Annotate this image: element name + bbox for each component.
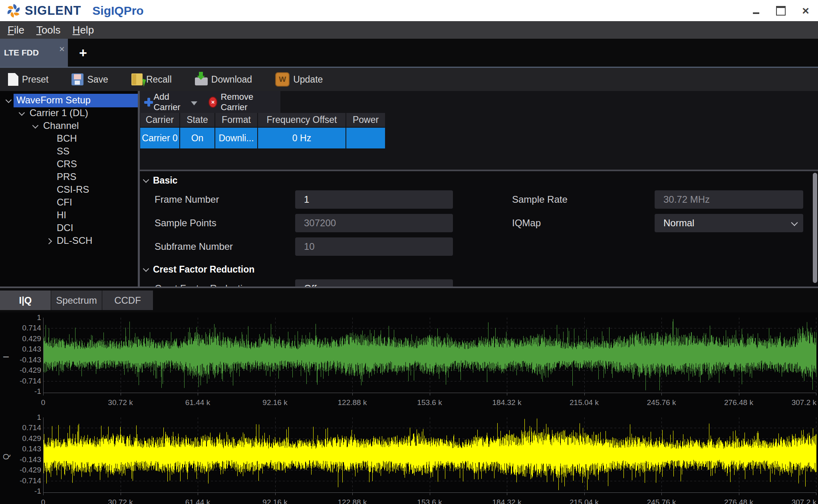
x-tick-label: 276.48 k	[711, 398, 767, 407]
tree-indent-spacer	[44, 171, 54, 184]
form-row: Frame Number1Sample Rate30.72 MHz	[140, 190, 818, 209]
menu-item-help[interactable]: Help	[67, 21, 100, 39]
document-tabbar: LTE FDD × +	[0, 39, 818, 68]
tree-item-label: Carrier 1 (DL)	[27, 107, 92, 120]
toolbar-download-button[interactable]: Download	[195, 73, 252, 85]
select-crest-factor-reduction[interactable]: Off	[295, 279, 453, 287]
chart-axis-name: I	[0, 318, 12, 406]
x-axis-tick-labels: 030.72 k61.44 k92.16 k122.88 k153.6 k184…	[43, 498, 816, 504]
view-tab-spectrum[interactable]: Spectrum	[51, 291, 102, 310]
carrier-cell-frequency-offset[interactable]: 0 Hz	[258, 128, 345, 148]
field-value: 10	[304, 241, 315, 252]
input-sample-rate[interactable]: 30.72 MHz	[655, 190, 803, 209]
x-tick-label: 245.76 k	[633, 498, 689, 504]
y-tick-label: 0.143	[12, 345, 41, 353]
input-frame-number[interactable]: 1	[295, 190, 453, 209]
tab-lte-fdd[interactable]: LTE FDD ×	[0, 39, 68, 67]
add-carrier-label: Add Carrier	[153, 92, 187, 113]
tree-item-label: Channel	[40, 119, 83, 133]
toolbar-recall-button[interactable]: Recall	[131, 73, 172, 85]
download-icon	[195, 73, 208, 85]
toolbar-preset-button[interactable]: Preset	[8, 73, 48, 86]
carrier-cell-format[interactable]: Downli...	[215, 128, 257, 148]
carrier-table-header: CarrierStateFormatFrequency OffsetPower	[140, 113, 818, 127]
tree-item-label: WaveForm Setup	[14, 94, 138, 107]
section-title: Basic	[153, 175, 177, 186]
document-icon	[8, 73, 18, 86]
tree-item-channel[interactable]: Channel	[0, 120, 138, 132]
x-tick-label: 61.44 k	[170, 398, 226, 407]
menu-item-tools[interactable]: Tools	[30, 21, 67, 39]
x-tick-label: 122.88 k	[324, 498, 380, 504]
carrier-table-row[interactable]: Carrier 0OnDownli...0 Hz	[140, 128, 818, 148]
tree-item-label: PRS	[54, 170, 80, 184]
tree-item-csi-rs[interactable]: CSI-RS	[0, 184, 138, 196]
view-tabs: I|QSpectrumCCDF	[0, 288, 818, 312]
product-name: SigIQPro	[92, 4, 143, 18]
view-tab-ccdf[interactable]: CCDF	[102, 291, 153, 310]
menu-item-file[interactable]: File	[2, 21, 30, 39]
chevron-down-icon[interactable]	[30, 120, 40, 132]
tree-item-waveform-setup[interactable]: WaveForm Setup	[0, 94, 138, 107]
toolbar-save-button[interactable]: Save	[71, 73, 108, 85]
form-scrollbar-thumb[interactable]	[813, 173, 817, 283]
x-tick-label: 0	[15, 398, 71, 407]
carrier-cell-state[interactable]: On	[180, 128, 214, 148]
tree-item-carrier-1-dl-[interactable]: Carrier 1 (DL)	[0, 107, 138, 120]
chevron-down-icon[interactable]	[3, 94, 14, 107]
chevron-down-icon	[143, 265, 149, 272]
carrier-cell-carrier[interactable]: Carrier 0	[140, 128, 179, 148]
add-carrier-dropdown-chevron-icon[interactable]	[191, 101, 197, 105]
tree-item-cfi[interactable]: CFI	[0, 196, 138, 209]
toolbar-download-label: Download	[211, 74, 252, 85]
tree-item-prs[interactable]: PRS	[0, 171, 138, 184]
update-icon: W	[275, 72, 290, 87]
settings-panel: Add Carrier × Remove Carrier CarrierStat…	[140, 91, 818, 287]
tree-item-crs[interactable]: CRS	[0, 158, 138, 171]
form-row: Subframe Number10	[140, 237, 818, 256]
field-value: Off	[304, 283, 317, 287]
tree-item-dci[interactable]: DCI	[0, 222, 138, 235]
tree-item-label: CFI	[54, 196, 76, 210]
x-tick-label: 122.88 k	[324, 398, 380, 407]
tree-item-ss[interactable]: SS	[0, 145, 138, 158]
field-label-crest-factor-reduction: Crest Factor Reduction	[155, 283, 295, 287]
tree-item-hi[interactable]: HI	[0, 209, 138, 222]
add-tab-button[interactable]: +	[79, 46, 87, 59]
toolbar-update-button[interactable]: WUpdate	[275, 72, 323, 87]
field-label-subframe-number: Subframe Number	[155, 241, 295, 252]
x-tick-label: 276.48 k	[711, 498, 767, 504]
y-tick-label: -0.143	[12, 356, 41, 364]
section-header-crest-factor-reduction[interactable]: Crest Factor Reduction	[144, 264, 818, 275]
x-tick-label: 0	[15, 498, 71, 504]
x-tick-label: 184.32 k	[479, 398, 535, 407]
input-sample-points[interactable]: 307200	[295, 214, 453, 232]
plot-area	[43, 318, 816, 397]
chevron-right-icon[interactable]	[44, 235, 54, 247]
tree-item-dl-sch[interactable]: DL-SCH	[0, 235, 138, 247]
chart-q: Q10.7140.4290.143-0.143-0.429-0.714-1030…	[0, 417, 818, 504]
tree-item-bch[interactable]: BCH	[0, 132, 138, 145]
select-iqmap[interactable]: Normal	[655, 214, 803, 232]
input-subframe-number[interactable]: 10	[295, 237, 453, 256]
maximize-button[interactable]	[768, 0, 793, 21]
carrier-toolbar-segment: Add Carrier × Remove Carrier	[140, 91, 280, 113]
remove-carrier-button[interactable]: × Remove Carrier	[208, 92, 269, 113]
tree-indent-spacer	[44, 196, 54, 209]
floppy-icon	[71, 73, 83, 85]
tree-indent-spacer	[44, 209, 54, 222]
y-tick-label: 1	[12, 413, 41, 421]
x-tick-label: 215.04 k	[556, 498, 612, 504]
view-tab-i-q[interactable]: I|Q	[0, 291, 51, 310]
close-button[interactable]: ×	[793, 0, 818, 21]
carrier-cell-power[interactable]	[346, 128, 385, 148]
sigiqpro-window: { "window": { "brand": "SIGLENT", "produ…	[0, 0, 818, 504]
chevron-down-icon[interactable]	[16, 107, 27, 120]
tab-close-icon[interactable]: ×	[59, 44, 65, 54]
minimize-button[interactable]	[744, 0, 768, 21]
remove-icon: ×	[208, 97, 218, 108]
section-header-basic[interactable]: Basic	[144, 175, 818, 186]
add-carrier-button[interactable]: Add Carrier	[144, 92, 197, 113]
y-tick-label: -0.143	[12, 456, 41, 464]
toolbar-recall-label: Recall	[146, 74, 172, 85]
